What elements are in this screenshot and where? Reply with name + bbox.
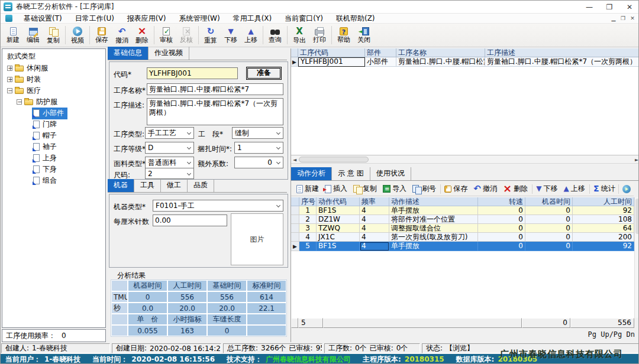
menu-reports[interactable]: 报表应用(V) <box>121 14 173 24</box>
process-type-select[interactable]: 手工工艺 <box>145 127 194 139</box>
action-statistics-button[interactable]: 统计 <box>590 184 618 194</box>
horizontal-scrollbar[interactable]: ◄ ► <box>291 155 639 164</box>
scrollbar-thumb[interactable] <box>635 199 639 234</box>
action-new-button[interactable]: 新建 <box>293 184 322 194</box>
minimize-button[interactable]: — <box>579 1 599 13</box>
action-play-button[interactable] <box>619 185 634 193</box>
tree-item-upper-body[interactable]: 上身 <box>2 152 105 164</box>
restore-button[interactable]: ❐ <box>599 1 619 13</box>
tab-quality[interactable]: 品质 <box>188 179 214 192</box>
menu-basic-settings[interactable]: 基础设置(T) <box>17 14 69 24</box>
action-row[interactable]: 4JX1C4第一次剪线(取及放剪刀)00200 <box>291 233 634 242</box>
tab-diagram[interactable]: 示 意 图 <box>332 167 370 180</box>
close-button[interactable]: ✕ <box>619 1 639 13</box>
audit-button[interactable]: 审核 <box>156 24 176 47</box>
expand-icon[interactable] <box>7 66 12 71</box>
help-button[interactable]: 帮助 <box>334 24 354 47</box>
tree-item-protective-suit[interactable]: 防护服 <box>2 96 105 108</box>
action-row[interactable]: 2DZ1W4将部件对准一个位置00108 <box>291 215 634 224</box>
process-table-row[interactable]: ▶ YLFHFBJ001 小部件 剪量袖口.脚口.中腰.帽口松紧*7 剪量袖口.… <box>291 57 639 67</box>
menu-daily-work[interactable]: 日常工作(U) <box>69 14 121 24</box>
tab-action-analysis[interactable]: 动作分析 <box>291 167 332 180</box>
save-icon <box>98 27 106 35</box>
machine-type-select[interactable]: F0101-手工 <box>153 200 283 212</box>
child-minimize-button[interactable]: ▁ <box>609 15 618 22</box>
action-move-up-button[interactable]: 上移 <box>561 184 588 194</box>
tree-item-door-plate[interactable]: 门牌 <box>2 119 105 130</box>
tree-item-lower-body[interactable]: 下身 <box>2 164 105 175</box>
child-close-button[interactable]: ✕ <box>628 15 637 22</box>
tab-tool[interactable]: 工具 <box>134 179 161 192</box>
ready-button[interactable]: 准备 <box>246 67 282 80</box>
company-watermark: 广州市春晓信息科技有限公司 <box>500 349 623 360</box>
video-button[interactable]: 视频 <box>67 24 88 47</box>
stitches-per-cm-input[interactable]: 0.00 <box>153 214 227 226</box>
scrollbar-thumb[interactable] <box>299 157 369 162</box>
help-icon <box>340 27 348 35</box>
child-restore-button[interactable]: ❐ <box>618 15 628 22</box>
menu-help[interactable]: 联机帮助(Z) <box>330 14 382 24</box>
print-button[interactable]: 打印 <box>309 24 330 47</box>
tree-item-combination[interactable]: 组合 <box>2 175 105 186</box>
action-import-button[interactable]: 导入 <box>380 184 409 194</box>
action-renumber-button[interactable]: 刷号 <box>409 184 439 194</box>
action-insert-button[interactable]: 插入 <box>322 184 350 194</box>
move-down-button[interactable]: 下移 <box>221 24 241 47</box>
scroll-right-icon[interactable]: ► <box>634 157 639 162</box>
style-type-tree-panel: 款式类型 休闲服 时装 医疗 防护服 小部件 门牌 帽子 袖子 上身 下身 组合 <box>2 48 106 328</box>
code-input[interactable]: YLFHFBJ001 <box>147 67 238 79</box>
process-name-input[interactable]: 剪量袖口.脚口.中腰.帽口松紧*7 <box>147 83 283 95</box>
tree-item-casual[interactable]: 休闲服 <box>2 63 105 74</box>
size-select[interactable]: 2 <box>145 168 194 179</box>
tab-basic-info[interactable]: 基础信息 <box>108 47 149 60</box>
tree-item-fashion[interactable]: 时装 <box>2 74 105 85</box>
action-row-selected[interactable]: ▶ 5BF1S4单手摆放0092 <box>291 242 634 251</box>
fabric-type-select[interactable]: 普通面料 <box>145 157 194 168</box>
grade-select[interactable]: D <box>145 142 194 154</box>
process-desc-textarea[interactable]: 剪量袖口.脚口.中腰.帽口松紧*7（一次剪两根） <box>147 98 283 125</box>
query-button[interactable]: 查询 <box>265 24 285 47</box>
tree-item-small-parts[interactable]: 小部件 <box>2 108 105 119</box>
bundle-time-select[interactable]: 1 <box>234 142 283 154</box>
export-button[interactable]: 导出 <box>289 24 309 47</box>
expand-icon[interactable] <box>7 77 12 82</box>
action-row[interactable]: 3TZWQ4调整握取缝合位0064 <box>291 224 634 233</box>
menu-current-window[interactable]: 当前窗口(Y) <box>278 14 330 24</box>
action-copy-button[interactable]: 复制 <box>350 184 380 194</box>
edit-button[interactable]: 编辑 <box>23 24 43 47</box>
tab-machine[interactable]: 机器 <box>108 179 134 192</box>
close-window-button[interactable]: 关闭 <box>354 24 374 47</box>
action-delete-button[interactable]: 删除 <box>500 184 531 194</box>
tree-item-medical[interactable]: 医疗 <box>2 85 105 96</box>
created-date-section: 创建日期:2020-02-08 16:14:21 <box>112 343 221 353</box>
menu-system[interactable]: 系统管理(W) <box>172 14 226 24</box>
move-up-button[interactable]: 上移 <box>241 24 261 47</box>
save-button[interactable]: 保存 <box>92 24 112 47</box>
action-save-button[interactable]: 保存 <box>441 184 470 194</box>
collapse-icon[interactable] <box>17 99 22 105</box>
action-undo-button[interactable]: 撤消 <box>470 184 500 194</box>
tab-usage-status[interactable]: 使用状况 <box>370 167 411 180</box>
process-usage-frequency: 工序使用频率：0 <box>2 329 106 342</box>
stage-select[interactable]: 缝制 <box>232 127 283 139</box>
delete-icon <box>503 184 512 194</box>
tab-workmanship[interactable]: 做工 <box>161 179 188 192</box>
extra-factor-select[interactable]: 0 <box>234 157 283 168</box>
undo-button[interactable]: 撤消 <box>112 24 132 47</box>
scroll-left-icon[interactable]: ◄ <box>292 157 298 162</box>
tree-item-hat[interactable]: 帽子 <box>2 130 105 141</box>
recalculate-button[interactable]: 重算 <box>201 24 221 47</box>
tab-work-video[interactable]: 作业视频 <box>149 47 189 60</box>
action-move-down-button[interactable]: 下移 <box>533 184 560 194</box>
binoculars-search-icon <box>270 30 280 35</box>
action-row[interactable]: 1BF1S4单手摆放0092 <box>291 206 634 215</box>
vertical-scrollbar[interactable] <box>634 197 639 318</box>
collapse-icon[interactable] <box>7 88 12 93</box>
copy-icon <box>49 27 58 36</box>
copy-button[interactable]: 复制 <box>43 24 63 47</box>
new-button[interactable]: 新建 <box>3 24 23 47</box>
chevron-down-icon <box>276 160 280 164</box>
menu-tools[interactable]: 常用工具(X) <box>227 14 279 24</box>
tree-item-sleeve[interactable]: 袖子 <box>2 141 105 152</box>
delete-button[interactable]: 删除 <box>132 24 152 47</box>
